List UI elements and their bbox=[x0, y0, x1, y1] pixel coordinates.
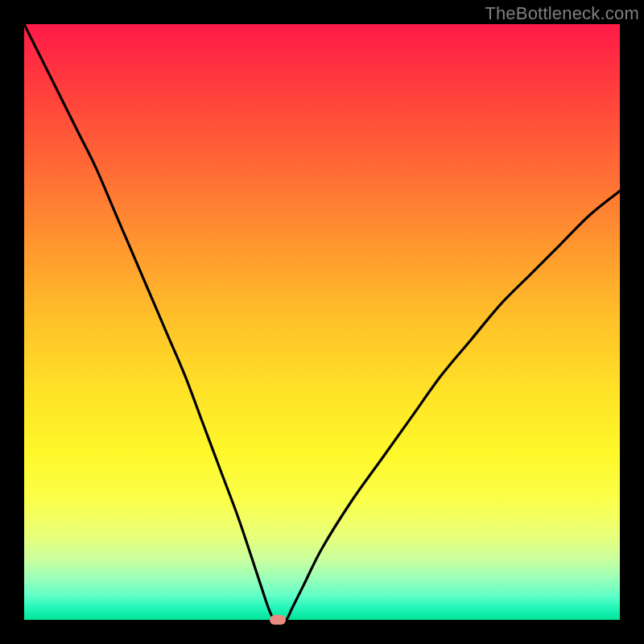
chart-frame: TheBottleneck.com bbox=[0, 0, 644, 644]
watermark-text: TheBottleneck.com bbox=[485, 3, 639, 24]
bottleneck-curve bbox=[24, 24, 620, 620]
optimum-marker bbox=[270, 615, 286, 625]
plot-area bbox=[24, 24, 620, 620]
